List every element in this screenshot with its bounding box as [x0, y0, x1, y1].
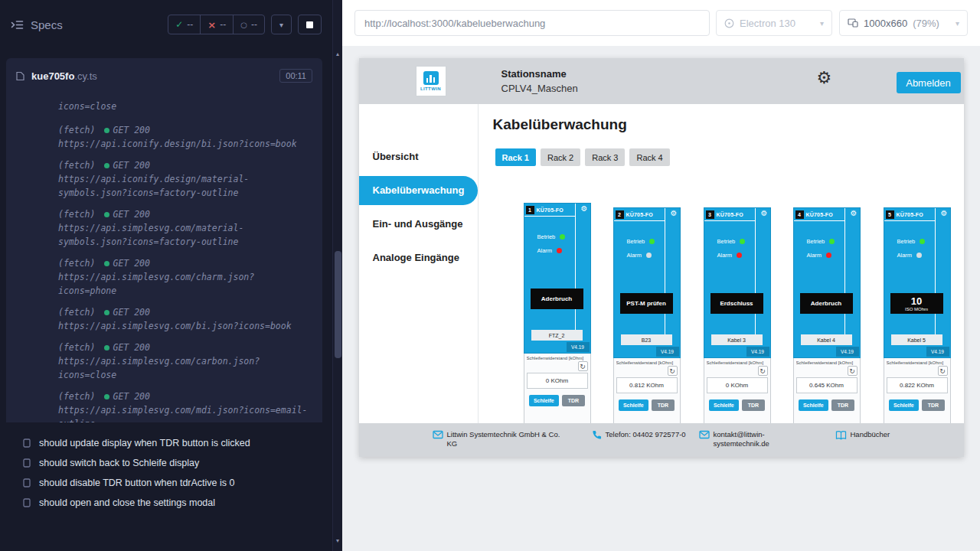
- reporter-controls: ✓-- ×-- ○-- ▾: [168, 15, 322, 34]
- scroll-down-icon[interactable]: ▾: [333, 537, 342, 544]
- device-settings-icon[interactable]: ⚙: [761, 210, 768, 217]
- spec-extension: .cy.ts: [74, 70, 96, 82]
- stop-icon: [306, 21, 313, 28]
- betrieb-led: [740, 239, 745, 244]
- manuals-link[interactable]: Handbücher: [851, 430, 890, 440]
- tdr-button[interactable]: TDR: [922, 399, 945, 411]
- refresh-icon[interactable]: ↻: [578, 361, 588, 371]
- log-command: (fetch): [58, 307, 95, 318]
- logo-building-icon: [423, 71, 439, 85]
- tab-rack-1[interactable]: Rack 1: [495, 148, 536, 166]
- refresh-icon[interactable]: ↻: [758, 366, 768, 376]
- measurement-label: Schleifenwiderstand [kOhm]: [796, 360, 858, 365]
- tdr-button[interactable]: TDR: [831, 399, 854, 411]
- alarm-row: Alarm: [794, 252, 860, 259]
- refresh-icon[interactable]: ↻: [938, 366, 948, 376]
- scrollbar-thumb[interactable]: [335, 251, 341, 358]
- test-icon: [23, 458, 31, 468]
- screen: Specs ✓-- ×-- ○-- ▾ kue705fo.cy.ts 00:11…: [0, 0, 980, 551]
- viewport-select[interactable]: 1000x660 (79%) ▾: [839, 10, 968, 36]
- schleife-button[interactable]: Schleife: [709, 399, 739, 411]
- tdr-button[interactable]: TDR: [562, 395, 585, 406]
- app-sidebar: Übersicht Kabelüberwachung Ein- und Ausg…: [359, 104, 479, 423]
- schleife-button[interactable]: Schleife: [529, 395, 559, 406]
- app-header: LITTWIN Stationsname CPLV4_Maschen ⚙ Abm…: [359, 58, 964, 104]
- device-card: 4 KÜ705-FO ⚙ Betrieb Alarm Aderbruch Kab…: [793, 207, 861, 429]
- log-status: GET 200: [113, 209, 149, 220]
- url-input[interactable]: [354, 10, 710, 36]
- log-url: https://api.simplesvg.com/mdi.json?icons…: [58, 403, 312, 422]
- sidebar-item-uebersicht[interactable]: Übersicht: [359, 148, 478, 165]
- betrieb-led: [829, 239, 835, 244]
- test-title: should open and close the settings modal: [39, 497, 215, 508]
- log-entry[interactable]: (fetch)GET 200 https://api.simplesvg.com…: [58, 341, 312, 382]
- viewport-size: 1000x660: [864, 18, 907, 29]
- firmware-version: V4.19: [567, 342, 590, 352]
- spec-timer: 00:11: [279, 69, 312, 83]
- test-item[interactable]: should disable TDR button when tdrActive…: [0, 473, 332, 493]
- sidebar-item-ein-und-ausgaenge[interactable]: Ein- und Ausgänge: [359, 216, 478, 233]
- sidebar-item-kabelueberwachung[interactable]: Kabelüberwachung: [359, 176, 478, 205]
- test-item[interactable]: should open and close the settings modal: [0, 493, 332, 513]
- phone-number[interactable]: Telefon: 04402 972577-0: [606, 430, 687, 440]
- device-settings-icon[interactable]: ⚙: [851, 210, 858, 217]
- status-dot-icon: [104, 212, 109, 217]
- log-url: https://api.iconify.design/material-symb…: [58, 172, 312, 200]
- status-text: Erdschluss: [720, 300, 753, 307]
- settings-gear-icon[interactable]: ⚙: [817, 70, 832, 86]
- collapse-button[interactable]: ▾: [271, 15, 292, 34]
- spec-file-row[interactable]: kue705fo.cy.ts 00:11: [6, 58, 322, 93]
- device-number-badge: 4: [795, 210, 804, 219]
- mail-icon: [433, 430, 443, 448]
- log-command: (fetch): [58, 391, 95, 402]
- device-panel: 4 KÜ705-FO ⚙ Betrieb Alarm Aderbruch Kab…: [793, 207, 861, 358]
- browser-pane: Electron 130 ▾ 1000x660 (79%) ▾ LITTWIN: [342, 0, 980, 551]
- log-entry[interactable]: (fetch)GET 200 https://api.simplesvg.com…: [58, 390, 312, 422]
- device-settings-icon[interactable]: ⚙: [941, 210, 948, 217]
- measurement-value: 0.645 KOhm: [796, 377, 858, 393]
- alarm-row: Alarm: [884, 252, 950, 259]
- schleife-button[interactable]: Schleife: [799, 399, 828, 411]
- page-title: Kabelüberwachung: [493, 116, 627, 133]
- device-number-badge: 3: [706, 210, 714, 219]
- status-dot-icon: [104, 394, 109, 399]
- schleife-button[interactable]: Schleife: [619, 399, 648, 411]
- tdr-button[interactable]: TDR: [652, 399, 675, 411]
- stop-button[interactable]: [298, 15, 322, 34]
- chevron-down-icon: ▾: [820, 19, 824, 28]
- measurement-value: 0 KOhm: [707, 377, 768, 393]
- device-panel: 3 KÜ705-FO ⚙ Betrieb Alarm Erdschluss Ka…: [704, 207, 771, 358]
- log-entry[interactable]: (fetch)GET 200 https://api.iconify.desig…: [58, 123, 312, 151]
- betrieb-label: Betrieb: [897, 238, 916, 245]
- sidebar-item-analoge-eingaenge[interactable]: Analoge Eingänge: [359, 249, 478, 266]
- specs-toggle[interactable]: Specs: [11, 18, 63, 31]
- device-settings-icon[interactable]: ⚙: [671, 210, 678, 217]
- device-header: 2 KÜ705-FO: [614, 208, 665, 221]
- device-header: 1 KÜ705-FO: [524, 204, 575, 217]
- schleife-button[interactable]: Schleife: [889, 399, 919, 411]
- test-title: should update display when TDR button is…: [39, 438, 250, 448]
- test-item[interactable]: should switch back to Schleife display: [0, 453, 332, 473]
- tab-rack-4[interactable]: Rack 4: [629, 148, 669, 166]
- browser-select[interactable]: Electron 130 ▾: [716, 10, 832, 36]
- refresh-icon[interactable]: ↻: [668, 366, 678, 376]
- log-url-continuation[interactable]: icons=close: [58, 99, 312, 113]
- log-entry[interactable]: (fetch)GET 200 https://api.simplesvg.com…: [58, 256, 312, 298]
- alarm-row: Alarm: [704, 252, 770, 259]
- scroll-up-icon[interactable]: ▴: [333, 51, 342, 57]
- refresh-icon[interactable]: ↻: [848, 366, 858, 376]
- test-item[interactable]: should update display when TDR button is…: [0, 433, 332, 453]
- measurement-panel: Schleifenwiderstand [kOhm] ↻ 0.812 KOhm …: [613, 358, 681, 429]
- stat-pending: ○--: [233, 15, 264, 34]
- device-settings-icon[interactable]: ⚙: [581, 205, 588, 213]
- email-address[interactable]: kontakt@littwin-systemtechnik.de: [714, 430, 778, 448]
- tab-rack-3[interactable]: Rack 3: [585, 148, 625, 166]
- log-entry[interactable]: (fetch)GET 200 https://api.simplesvg.com…: [58, 207, 312, 249]
- logout-button[interactable]: Abmelden: [897, 72, 961, 93]
- alarm-row: Alarm: [614, 252, 680, 259]
- log-entry[interactable]: (fetch)GET 200 https://api.simplesvg.com…: [58, 305, 312, 333]
- tdr-button[interactable]: TDR: [742, 399, 765, 411]
- log-entry[interactable]: (fetch)GET 200 https://api.iconify.desig…: [58, 158, 312, 200]
- reporter-scrollbar[interactable]: ▴ ▾: [332, 0, 342, 551]
- tab-rack-2[interactable]: Rack 2: [541, 148, 580, 166]
